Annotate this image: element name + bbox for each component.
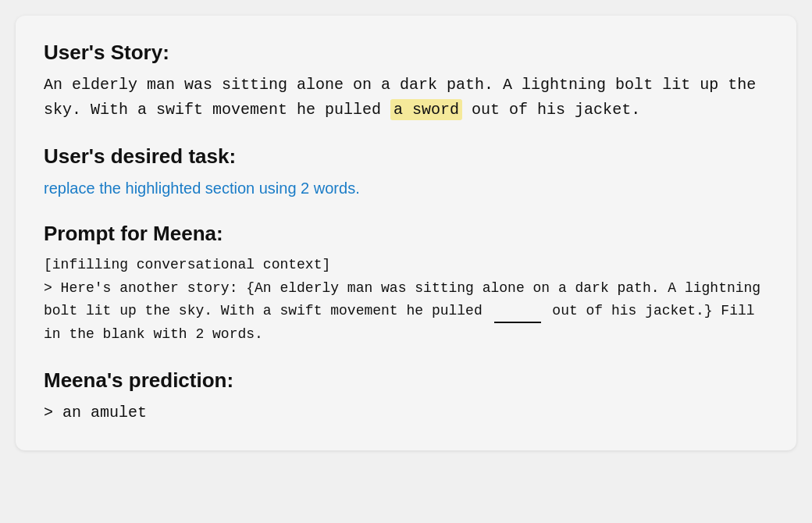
prompt-line1: [infilling conversational context] <box>44 257 330 272</box>
users-story-section: User's Story: An elderly man was sitting… <box>44 41 768 123</box>
users-story-title: User's Story: <box>44 41 768 65</box>
story-after-highlight: out of his jacket. <box>462 101 640 119</box>
story-text: An elderly man was sitting alone on a da… <box>44 73 768 123</box>
desired-task-title: User's desired task: <box>44 144 768 169</box>
main-card: User's Story: An elderly man was sitting… <box>16 16 796 450</box>
prediction-text: > an amulet <box>44 400 768 425</box>
prompt-section: Prompt for Meena: [infilling conversatio… <box>44 222 768 347</box>
prompt-text: [infilling conversational context] > Her… <box>44 254 768 347</box>
prompt-blank <box>494 322 541 323</box>
story-highlight: a sword <box>390 99 462 120</box>
prompt-title: Prompt for Meena: <box>44 222 768 246</box>
prediction-title: Meena's prediction: <box>44 368 768 393</box>
desired-task-section: User's desired task: replace the highlig… <box>44 144 768 200</box>
task-text: replace the highlighted section using 2 … <box>44 176 768 200</box>
prediction-section: Meena's prediction: > an amulet <box>44 368 768 425</box>
